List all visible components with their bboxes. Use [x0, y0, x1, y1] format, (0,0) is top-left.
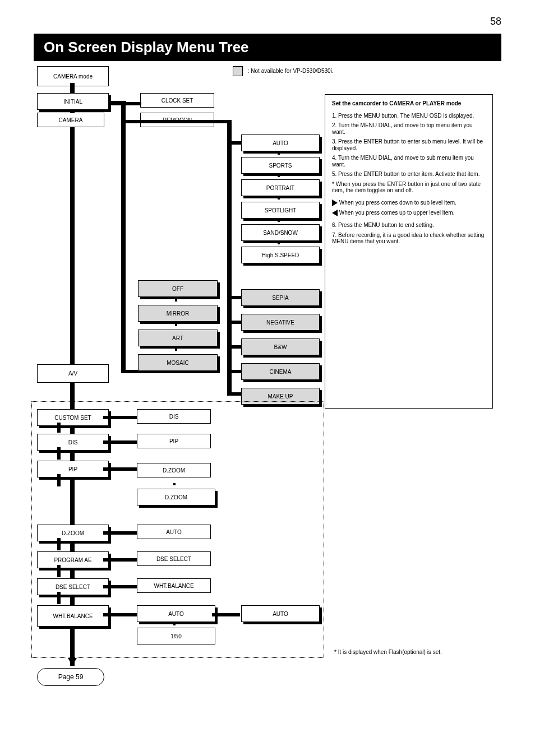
dse-mosaic: MOSAIC	[138, 354, 218, 371]
flash-note: * It is displayed when Flash(optional) i…	[334, 649, 480, 655]
ae-portrait: PORTRAIT	[241, 179, 320, 196]
custom-dzoom-opt2: D.ZOOM	[137, 489, 215, 505]
info-step-2: 2. Turn the MENU DIAL, and move to top m…	[332, 122, 486, 135]
info-step-3: 3. Press the ENTER button to enter sub m…	[332, 138, 486, 151]
ae-sports: SPORTS	[241, 157, 320, 174]
ae-auto: AUTO	[241, 134, 320, 151]
dse-sepia: SEPIA	[241, 289, 320, 306]
shutter-auto: AUTO	[137, 605, 215, 622]
custom-pip: PIP	[37, 461, 109, 477]
ae-sandsnow: SAND/SNOW	[241, 224, 320, 241]
info-panel: Set the camcorder to CAMERA or PLAYER mo…	[325, 94, 493, 409]
legend-text: : Not available for VP-D530/D530i.	[248, 68, 334, 74]
av-box: A/V	[37, 364, 109, 383]
info-step-1: 1. Press the MENU button. The MENU OSD i…	[332, 113, 486, 119]
clock-set-box: CLOCK SET	[140, 93, 214, 108]
custom-dzoom-opt: D.ZOOM	[137, 463, 211, 477]
page-59-link: Page 59	[37, 668, 104, 686]
legend-swatch	[233, 66, 243, 76]
shutter-50: 1/50	[137, 628, 215, 644]
info-title: Set the camcorder to CAMERA or PLAYER mo…	[332, 100, 486, 107]
custom-progae: PROGRAM AE	[37, 551, 109, 568]
info-step-4: 4. Turn the MENU DIAL, and move to sub m…	[332, 155, 486, 168]
info-step-6: 6. Press the MENU button to end setting.	[332, 222, 486, 229]
custom-dzoom: D.ZOOM	[37, 525, 109, 541]
custom-set: CUSTOM SET	[37, 409, 109, 426]
info-note-left: When you press comes up to upper level i…	[332, 210, 486, 216]
legend: : Not available for VP-D530/D530i.	[233, 66, 334, 76]
custom-ae-opt: AUTO	[137, 525, 211, 539]
info-note-star: * When you press the ENTER button in jus…	[332, 181, 486, 194]
custom-dis-choices: DIS	[137, 409, 211, 424]
iris-auto: AUTO	[241, 605, 320, 622]
page-number: 58	[490, 16, 501, 27]
ae-spotlight: SPOTLIGHT	[241, 202, 320, 219]
custom-dse: DSE SELECT	[37, 578, 109, 595]
dse-off: OFF	[138, 280, 218, 297]
arrow-down-icon	[68, 658, 77, 666]
info-step-5: 5. Press the ENTER button to enter item.…	[332, 171, 486, 178]
right-triangle-icon	[332, 200, 338, 206]
info-step-7: 7. Before recording, it is a good idea t…	[332, 232, 486, 245]
header-title: On Screen Display Menu Tree	[34, 34, 501, 61]
dse-negative: NEGATIVE	[241, 314, 320, 331]
custom-dse-opt: DSE SELECT	[137, 551, 211, 566]
left-triangle-icon	[332, 210, 338, 216]
dse-cinema: CINEMA	[241, 363, 320, 380]
initial-box: INITIAL	[37, 93, 109, 110]
camera-box: CAMERA	[37, 113, 104, 127]
dse-art: ART	[138, 330, 218, 346]
ae-hss: High S.SPEED	[241, 247, 320, 263]
custom-pip-choices: PIP	[137, 434, 211, 448]
dse-mirror: MIRROR	[138, 305, 218, 322]
custom-wb-opt: WHT.BALANCE	[137, 578, 211, 593]
dse-bw: B&W	[241, 338, 320, 355]
custom-whtbal: WHT.BALANCE	[37, 605, 109, 627]
info-note-right: When you press comes down to sub level i…	[332, 200, 486, 206]
custom-dis: DIS	[37, 434, 109, 451]
